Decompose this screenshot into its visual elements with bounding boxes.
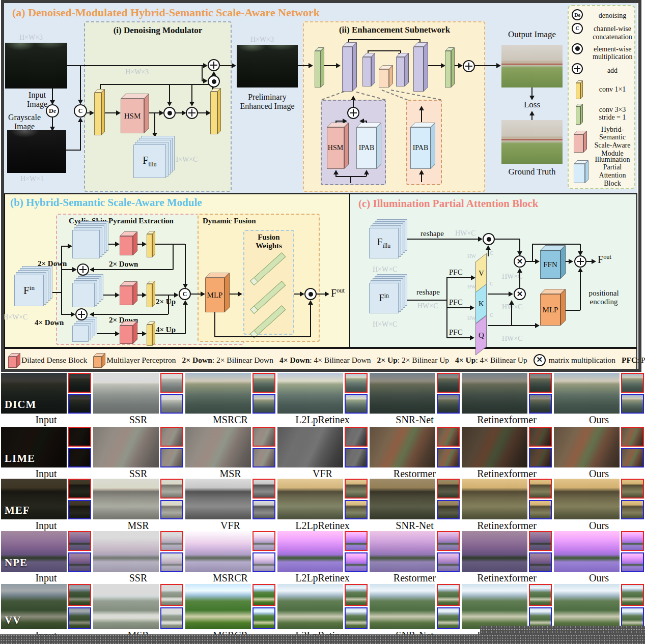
arrowhead <box>201 291 205 297</box>
arrowhead <box>517 268 522 273</box>
inset-red <box>68 373 91 393</box>
inset-column <box>160 427 183 467</box>
comparison-photo <box>370 479 435 519</box>
conv3x3-icon <box>572 101 589 126</box>
legend-item: matrix multiplication <box>534 354 615 366</box>
connector-line <box>169 84 170 103</box>
inset-crop <box>69 374 90 392</box>
inset-crop <box>438 395 459 413</box>
arrowhead <box>90 312 94 317</box>
method-label: L2LpRetinex <box>277 520 368 532</box>
inset-red <box>529 479 552 499</box>
connector-line <box>335 121 343 122</box>
f-out-label: Fout <box>331 287 345 299</box>
f-sup: in <box>384 292 389 299</box>
up2-label: 2× Up <box>156 298 176 306</box>
legend-item: 2× Down: 2× Bilinear Down <box>182 356 273 365</box>
arrowhead <box>116 110 121 115</box>
comparison-cell <box>554 427 644 467</box>
ddb-icon <box>8 353 21 368</box>
arrowhead <box>478 237 483 242</box>
legend-text: : 4× Bilinear Down <box>310 356 371 365</box>
f-illu-stack: Fillu <box>133 144 166 178</box>
arrowhead <box>68 244 72 249</box>
connector-line <box>90 269 173 270</box>
arrowhead <box>203 63 208 68</box>
inset-blue <box>253 552 275 572</box>
hw-tick: HW <box>467 284 476 290</box>
method-label: Input <box>1 414 91 426</box>
inset-blue <box>345 500 368 520</box>
hw-tick: HW <box>467 253 476 259</box>
connector-line <box>446 277 473 278</box>
connector-line <box>350 176 351 183</box>
ipab-icon <box>572 157 589 186</box>
inset-red <box>621 584 644 606</box>
inset-crop <box>622 374 643 392</box>
comparison-cell <box>370 531 460 572</box>
method-label: Input <box>1 468 91 480</box>
connector-line <box>95 295 117 296</box>
connector-line <box>52 89 53 101</box>
preliminary-label: Preliminary Enhanced Image <box>229 93 305 111</box>
legend-term: 4× Down <box>279 356 310 365</box>
output-add-node <box>463 60 475 72</box>
method-label: MSR <box>93 520 183 532</box>
method-label: VFR <box>277 468 368 480</box>
inset-column <box>68 427 91 467</box>
inset-red <box>253 427 275 447</box>
inset-crop <box>161 374 182 392</box>
f-base: F <box>379 292 384 303</box>
encoder-slab <box>362 57 371 86</box>
arrowhead <box>115 242 120 247</box>
connector-line <box>152 244 185 245</box>
grid-row-mef: MEF <box>1 479 644 519</box>
comparison-cell: DICM <box>1 373 91 414</box>
arrowhead <box>509 300 514 305</box>
matmul-node-2 <box>514 288 526 300</box>
illu-multiply-node <box>483 233 495 245</box>
inset-red <box>437 427 460 447</box>
f-base: F <box>377 237 383 247</box>
arrowhead <box>142 242 147 247</box>
comparison-cell <box>185 584 275 629</box>
inset-blue <box>160 394 183 414</box>
connector-line <box>475 65 499 66</box>
inset-red <box>621 373 644 393</box>
inset-blue <box>529 500 552 520</box>
inset-blue <box>529 448 552 468</box>
reshape-label-top: reshape <box>420 229 444 238</box>
connector-line <box>185 301 186 334</box>
ipab-glyph <box>574 164 585 183</box>
c-tick: C <box>490 312 493 318</box>
connector-line <box>80 65 81 101</box>
arrowhead <box>308 300 313 305</box>
inset-crop <box>161 428 182 446</box>
inset-red <box>68 427 91 447</box>
f-illu-label: Fillu <box>143 155 157 168</box>
inset-crop <box>622 480 643 497</box>
f-illu-dims-label: H×W×C <box>373 266 397 274</box>
legend-item: 4× Up: 4× Bilinear Up <box>455 356 527 365</box>
f-sup: in <box>30 284 35 291</box>
arrowhead <box>486 245 491 250</box>
arrowhead <box>167 102 172 106</box>
comparison-photo <box>277 531 343 572</box>
denoising-modulator-title: (i) Denoising Modulator <box>94 25 221 36</box>
inset-crop <box>346 449 367 467</box>
arrowhead <box>471 275 475 280</box>
inset-red <box>437 479 460 499</box>
inset-red <box>345 427 368 447</box>
connector-line <box>214 336 311 337</box>
inset-crop <box>622 585 643 605</box>
grid-labels-lime: InputSSRMSRVFRRestormerRetinexformerOurs <box>1 468 644 480</box>
connector-line <box>310 301 311 337</box>
up4-label: 4× Up <box>156 326 176 334</box>
grid-row-vv: VV <box>1 584 644 629</box>
inset-red <box>160 373 183 393</box>
comparison-photo <box>185 584 251 629</box>
f-base: F <box>331 287 336 299</box>
inset-crop <box>161 608 182 628</box>
inset-red <box>68 531 91 551</box>
comparison-photo <box>185 373 251 414</box>
